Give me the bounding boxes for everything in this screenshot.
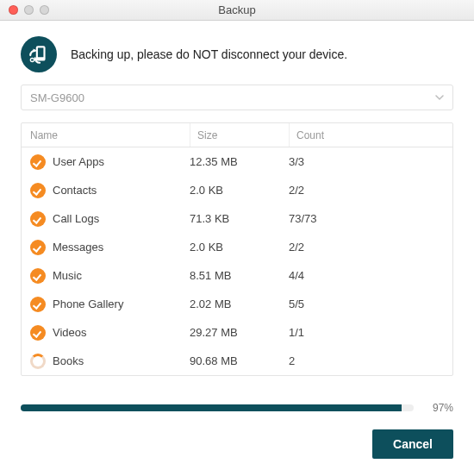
cell-name: Books <box>30 354 190 369</box>
table-row: Music8.51 MB4/4 <box>22 261 452 290</box>
table-row: Call Logs71.3 KB73/73 <box>22 204 452 233</box>
traffic-lights <box>0 5 49 15</box>
table-row: Phone Gallery2.02 MB5/5 <box>22 290 452 318</box>
cell-size: 2.0 KB <box>190 184 289 197</box>
cell-size: 90.68 MB <box>190 354 289 367</box>
cell-count: 73/73 <box>289 212 444 225</box>
check-circle-icon <box>30 268 46 284</box>
window-titlebar: Backup <box>0 0 474 21</box>
device-sync-icon <box>28 43 50 66</box>
cell-name: Phone Gallery <box>30 297 190 312</box>
table-row: Messages2.0 KB2/2 <box>22 233 452 261</box>
table-row: Contacts2.0 KB2/2 <box>22 176 452 204</box>
cell-count: 2 <box>289 354 444 367</box>
row-name: Books <box>53 354 84 367</box>
table-row: Videos29.27 MB1/1 <box>22 318 452 347</box>
table-body: User Apps12.35 MB3/3Contacts2.0 KB2/2Cal… <box>22 147 452 375</box>
progress: 97% <box>21 402 453 414</box>
check-circle-icon <box>30 211 46 227</box>
row-name: Contacts <box>53 184 97 197</box>
svg-rect-4 <box>31 59 34 60</box>
cell-count: 3/3 <box>289 155 444 168</box>
status-working-icon <box>30 354 46 369</box>
cell-size: 12.35 MB <box>190 155 289 168</box>
status-message: Backing up, please do NOT disconnect you… <box>71 47 347 61</box>
backup-table: Name Size Count User Apps12.35 MB3/3Cont… <box>21 122 453 376</box>
backup-app-icon <box>21 36 57 72</box>
check-circle-icon <box>30 154 46 170</box>
col-header-size: Size <box>190 123 289 147</box>
cell-size: 71.3 KB <box>190 212 289 225</box>
check-circle-icon <box>30 297 46 312</box>
cell-size: 8.51 MB <box>190 269 289 282</box>
zoom-window-icon <box>40 5 49 15</box>
status-done-icon <box>30 183 46 198</box>
table-header: Name Size Count <box>22 123 452 147</box>
cell-count: 2/2 <box>289 241 444 254</box>
status-done-icon <box>30 240 46 255</box>
svg-rect-1 <box>38 47 43 57</box>
cell-name: Messages <box>30 240 190 255</box>
spinner-icon <box>30 354 46 369</box>
check-circle-icon <box>30 325 46 341</box>
cell-size: 2.02 MB <box>190 298 289 310</box>
cell-name: Music <box>30 268 190 284</box>
col-header-count: Count <box>289 123 444 147</box>
cell-size: 2.0 KB <box>190 241 289 254</box>
check-circle-icon <box>30 240 46 255</box>
footer: Cancel <box>21 429 453 459</box>
progress-bar <box>21 404 414 411</box>
status-done-icon <box>30 211 46 227</box>
cancel-button[interactable]: Cancel <box>372 429 453 459</box>
device-select[interactable]: SM-G9600 <box>21 85 453 110</box>
row-name: Call Logs <box>53 212 99 225</box>
col-header-name: Name <box>30 129 190 141</box>
row-name: Videos <box>53 326 87 339</box>
status-done-icon <box>30 154 46 170</box>
cell-count: 4/4 <box>289 269 444 282</box>
status-done-icon <box>30 297 46 312</box>
cell-name: Call Logs <box>30 211 190 227</box>
cell-name: Videos <box>30 325 190 341</box>
table-row: Books90.68 MB2 <box>22 347 452 375</box>
progress-fill <box>21 404 402 411</box>
status-done-icon <box>30 325 46 341</box>
table-row: User Apps12.35 MB3/3 <box>22 147 452 176</box>
minimize-window-icon <box>24 5 34 15</box>
cell-count: 2/2 <box>289 184 444 197</box>
cell-name: Contacts <box>30 183 190 198</box>
progress-label: 97% <box>422 402 453 414</box>
header: Backing up, please do NOT disconnect you… <box>21 36 453 72</box>
cell-size: 29.27 MB <box>190 326 289 339</box>
check-circle-icon <box>30 183 46 198</box>
status-done-icon <box>30 268 46 284</box>
cell-count: 5/5 <box>289 298 444 310</box>
device-select-value: SM-G9600 <box>30 91 84 104</box>
row-name: Music <box>53 269 82 282</box>
window-title: Backup <box>0 3 474 16</box>
row-name: User Apps <box>53 155 104 168</box>
row-name: Messages <box>53 241 103 254</box>
row-name: Phone Gallery <box>53 298 123 310</box>
close-window-icon[interactable] <box>9 5 18 15</box>
cell-name: User Apps <box>30 154 190 170</box>
cell-count: 1/1 <box>289 326 444 339</box>
chevron-down-icon <box>435 91 444 104</box>
